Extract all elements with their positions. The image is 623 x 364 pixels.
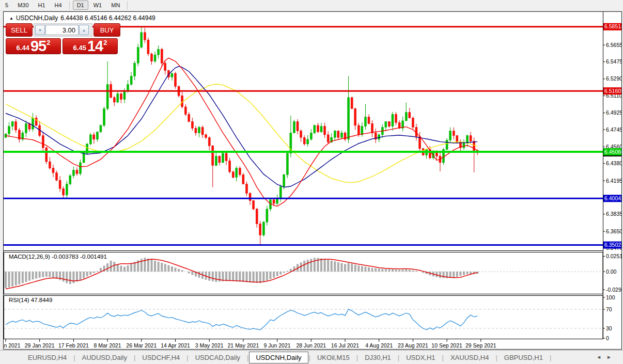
time-axis-label: 4 Aug 2021 — [365, 342, 393, 349]
buy-price-pips: 14 — [87, 39, 103, 53]
chart-symbol-period: USDCNH,Daily — [16, 14, 58, 22]
svg-text:6.58514: 6.58514 — [604, 23, 621, 29]
chart-tab-bar: EURUSD,H4|AUDUSD,Daily|USDCHF,H4|USDCAD,… — [0, 350, 623, 364]
time-axis-label: 21 May 2021 — [228, 342, 259, 349]
time-axis-label: 29 Sep 2021 — [465, 342, 496, 349]
chart-tab-usdcnh[interactable]: USDCNH,Daily — [249, 352, 308, 363]
sell-price-handle: 6.44 — [17, 44, 29, 53]
timeframe-button-d1[interactable]: D1 — [73, 1, 88, 10]
toolbar-separator — [127, 1, 128, 10]
buy-price-point: 2 — [103, 39, 107, 46]
price-axis-label: 6.56550 — [606, 42, 621, 48]
chart-tab-usdcad[interactable]: USDCAD,Daily — [189, 352, 246, 363]
chart-tab-dj30[interactable]: DJ30,H1 — [359, 352, 397, 363]
rsi-label: RSI(14) 47.8449 — [9, 297, 52, 303]
price-level-badge: 6.40042 — [603, 195, 621, 202]
svg-text:6.51605: 6.51605 — [604, 88, 621, 94]
timeframe-button-w1[interactable]: W1 — [89, 1, 106, 10]
one-click-price-row: 6.44 95 2 6.45 14 2 — [6, 38, 120, 54]
price-axis-label: 6.49250 — [606, 109, 621, 116]
sell-button[interactable]: SELL — [6, 23, 33, 37]
tab-scroll-arrows[interactable]: ◄► — [596, 354, 617, 360]
time-axis-label: 8 Mar 2021 — [94, 342, 121, 349]
price-axis-label: 6.43800 — [606, 160, 621, 166]
buy-price-handle: 6.45 — [73, 44, 86, 53]
chart-title: ▲ USDCNH,Daily 6.44438 6.45146 6.44262 6… — [9, 14, 155, 22]
price-axis-label: 6.52900 — [606, 75, 621, 82]
time-axis-label: 16 Jul 2021 — [331, 342, 359, 349]
time-axis-label: 23 Aug 2021 — [398, 342, 428, 349]
price-level-badge: 6.58514 — [603, 23, 621, 30]
rsi-axis-label: 0 — [606, 335, 609, 341]
price-axis-label: 6.54750 — [606, 58, 621, 65]
price-level-badge: 6.51605 — [603, 87, 621, 94]
timeframe-button-mn[interactable]: MN — [107, 1, 124, 10]
chart-tab-usdx[interactable]: USDX,H1 — [400, 352, 441, 363]
toolbar-separator — [69, 1, 70, 10]
macd-axis-label: -0.02988 — [606, 287, 621, 293]
time-axis-label: 26 Mar 2021 — [126, 342, 157, 349]
lot-decrease-button[interactable]: ▾ — [35, 25, 45, 35]
timeframe-button-h1[interactable]: H1 — [34, 1, 50, 10]
time-axis-label: 3 May 2021 — [195, 342, 224, 349]
buy-price-button[interactable]: 6.45 14 2 — [63, 38, 118, 54]
macd-axis-label: 0.00 — [606, 268, 617, 275]
price-axis-label: 6.38350 — [606, 211, 621, 217]
chart-tab-ukoil[interactable]: UKOil,M15 — [311, 352, 356, 363]
macd-label: MACD(12,26,9) -0.003783 -0.001491 — [9, 254, 107, 260]
time-axis-label: 9 Jun 2021 — [264, 342, 291, 349]
timeframe-button-h4[interactable]: H4 — [51, 1, 66, 10]
lot-size-input[interactable] — [45, 25, 79, 35]
price-axis-label: 6.47450 — [606, 126, 621, 133]
svg-text:6.45060: 6.45060 — [604, 149, 621, 155]
time-axis-label: 14 Apr 2021 — [161, 342, 190, 349]
time-axis-label: 11 Jan 2021 — [4, 342, 21, 349]
tab-separator: | — [549, 354, 552, 361]
sell-price-pips: 95 — [30, 39, 46, 53]
price-level-badge: 6.45060 — [603, 148, 621, 155]
chart-tab-usdchf[interactable]: USDCHF,H4 — [136, 352, 186, 363]
rsi-axis-label: 70 — [606, 306, 612, 312]
time-axis-label: 28 Jun 2021 — [296, 342, 326, 349]
chart-tab-xauusd[interactable]: XAUUSD,H4 — [444, 352, 495, 363]
svg-text:6.40042: 6.40042 — [604, 195, 621, 201]
svg-text:6.35025: 6.35025 — [604, 242, 621, 248]
buy-button[interactable]: BUY — [94, 23, 120, 37]
time-axis-label: 17 Feb 2021 — [58, 342, 89, 349]
timeframe-toolbar: 5M30H1H4D1W1MN — [0, 0, 623, 11]
time-axis-label: 10 Sep 2021 — [431, 342, 462, 349]
time-axis-label: 29 Jan 2021 — [25, 342, 55, 349]
chart-window: 6.565506.547506.529006.511006.492506.474… — [3, 11, 622, 350]
one-click-order-row: SELL ▾ ▴ BUY — [6, 23, 120, 37]
timeframe-button-5[interactable]: 5 — [1, 1, 12, 10]
one-click-trading-panel: SELL ▾ ▴ BUY 6.44 95 2 6.45 14 2 — [6, 23, 120, 54]
timeframe-button-m30[interactable]: M30 — [13, 1, 33, 10]
chart-tab-gbpusd[interactable]: GBPUSD,H1 — [498, 352, 549, 363]
rsi-axis-label: 30 — [606, 325, 612, 331]
lot-increase-button[interactable]: ▴ — [79, 25, 89, 35]
rsi-axis-label: 100 — [606, 294, 615, 300]
chart-tab-audusd[interactable]: AUDUSD,Daily — [76, 352, 133, 363]
chart-ohlc-values: 6.44438 6.45146 6.44262 6.44949 — [60, 14, 155, 22]
lot-size-group: ▾ ▴ — [34, 23, 92, 37]
chart-canvas[interactable]: 6.565506.547506.529006.511006.492506.474… — [4, 12, 621, 349]
sell-price-point: 2 — [46, 39, 50, 46]
price-axis-label: 6.36500 — [606, 228, 621, 234]
collapse-triangle-icon[interactable]: ▲ — [9, 16, 13, 21]
chart-tab-eurusd[interactable]: EURUSD,H4 — [22, 352, 73, 363]
sell-price-button[interactable]: 6.44 95 2 — [6, 38, 61, 54]
price-axis-label: 6.41950 — [606, 178, 621, 184]
price-level-badge: 6.35025 — [603, 242, 621, 249]
macd-axis-label: 0.025108 — [606, 253, 621, 259]
